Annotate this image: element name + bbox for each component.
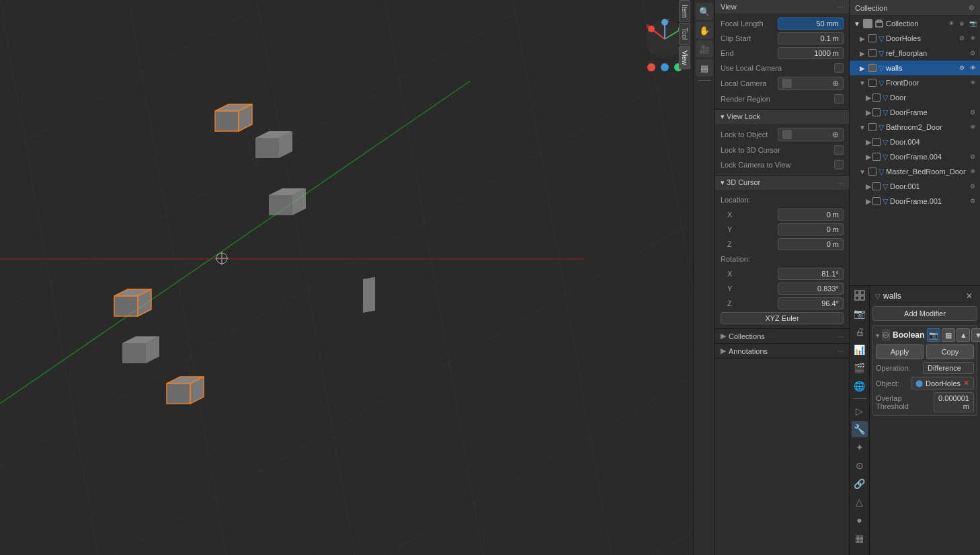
collections-section[interactable]: ▶ Collections ··· — [715, 329, 849, 344]
view-lock-header[interactable]: ▾ View Lock — [715, 110, 849, 124]
overlap-value-field[interactable]: 0.000001 m — [934, 392, 974, 412]
view-layer-icon[interactable]: 📊 — [852, 342, 868, 358]
lock-cursor-checkbox[interactable] — [834, 145, 844, 155]
outliner-item-door[interactable]: ▶ ▽ Door — [850, 90, 980, 105]
render-props-icon[interactable]: 📷 — [852, 305, 868, 322]
world-props-icon[interactable]: 🌐 — [852, 378, 868, 394]
walls-eye-icon[interactable]: 👁 — [968, 63, 977, 73]
cursor-header[interactable]: ▾ 3D Cursor ··· — [715, 176, 849, 190]
mod-down-btn[interactable]: ▼ — [971, 328, 980, 342]
walls-panel-close[interactable]: ✕ — [964, 291, 975, 301]
outliner-item-floorplan[interactable]: ▶ ▽ ref_floorplan ⚙ — [850, 46, 980, 61]
scene-props-icon[interactable]: 🎬 — [852, 360, 868, 376]
focal-length-value[interactable]: 50 mm — [778, 17, 844, 30]
collection-checkbox[interactable] — [863, 19, 872, 28]
cursor-rz-value[interactable]: 96.4° — [778, 297, 844, 309]
dframe-checkbox[interactable] — [872, 108, 881, 116]
view-section-header[interactable]: View ··· — [715, 0, 849, 13]
mod-camera-btn[interactable]: 📷 — [927, 328, 940, 342]
outliner-item-frontdoor[interactable]: ▼ ▽ FrontDoor 👁 — [850, 75, 980, 90]
outliner-item-bath-door[interactable]: ▼ ▽ Bathroom2_Door 👁 — [850, 120, 980, 135]
fd-checkbox[interactable] — [868, 79, 876, 87]
local-camera-selector[interactable] — [782, 79, 792, 88]
dh-eye-icon[interactable]: 👁 — [968, 34, 977, 43]
item-tab[interactable]: Item — [679, 0, 690, 22]
lock-object-value[interactable]: ⊕ — [778, 128, 844, 141]
cursor-rx-value[interactable]: 81.1° — [778, 268, 844, 280]
fp-filter-icon[interactable]: ⚙ — [968, 48, 977, 58]
camera-tool-icon[interactable]: 🎥 — [696, 40, 713, 58]
output-props-icon[interactable]: 🖨 — [852, 324, 868, 340]
outliner-item-collection[interactable]: ▼ Collection 👁 ⊕ 📷 — [850, 16, 980, 31]
eye-icon[interactable]: 👁 — [946, 19, 956, 28]
lock-cam-view-checkbox[interactable] — [834, 160, 844, 170]
walls-filter-icon[interactable]: ⚙ — [957, 63, 967, 73]
cursor-z-value[interactable]: 0 m — [778, 238, 844, 250]
render-region-checkbox[interactable] — [834, 94, 844, 104]
render2-icon[interactable]: ▦ — [852, 530, 868, 546]
lock-obj-selector[interactable] — [782, 130, 792, 139]
fd-eye-icon[interactable]: 👁 — [968, 78, 977, 87]
object-clear-btn[interactable]: ✕ — [963, 379, 969, 387]
outliner-item-doorholes[interactable]: ▶ ▽ DoorHoles ⚙ 👁 — [850, 31, 980, 46]
outliner-item-door004[interactable]: ▶ ▽ Door.004 — [850, 135, 980, 149]
df004-filter-icon[interactable]: ⚙ — [968, 152, 977, 161]
dh-filter-icon[interactable]: ⚙ — [957, 34, 967, 43]
annotations-section[interactable]: ▶ Annotations ··· — [715, 344, 849, 359]
render-icon[interactable]: 📷 — [968, 19, 977, 28]
constraint-props-icon[interactable]: 🔗 — [852, 476, 868, 492]
cursor-x-value[interactable]: 0 m — [778, 209, 844, 221]
df001-checkbox[interactable] — [872, 197, 881, 205]
d004-checkbox[interactable] — [872, 138, 881, 146]
operation-select[interactable]: Difference — [923, 362, 974, 374]
physics-props-icon[interactable]: ⊙ — [852, 457, 868, 474]
props-icon-selector[interactable] — [853, 289, 866, 302]
hand-tool-icon[interactable]: ✋ — [696, 22, 713, 39]
local-camera-field[interactable]: ⊕ — [778, 77, 844, 90]
dframe-filter-icon[interactable]: ⚙ — [968, 108, 977, 117]
object-value-field[interactable]: ⬤ DoorHoles ✕ — [911, 377, 974, 390]
tool-tab[interactable]: Tool — [679, 23, 690, 44]
md-checkbox[interactable] — [868, 168, 876, 176]
outliner-item-door001[interactable]: ▶ ▽ Door.001 ⚙ — [850, 179, 980, 194]
viewport[interactable]: Y X Z 🔍 ✋ 🎥 ▦ Item Tool View — [0, 0, 714, 555]
outliner-item-doorframe[interactable]: ▶ ▽ DoorFrame ⚙ — [850, 105, 980, 120]
df001-filter-icon[interactable]: ⚙ — [968, 196, 977, 206]
md-eye-icon[interactable]: 👁 — [968, 167, 977, 176]
data-props-icon[interactable]: △ — [852, 494, 868, 510]
modifier-props-icon[interactable]: 🔧 — [852, 421, 868, 437]
df004-checkbox[interactable] — [872, 153, 881, 161]
lock-obj-eyedropper[interactable]: ⊕ — [832, 130, 839, 139]
apply-button[interactable]: Apply — [876, 344, 924, 359]
cursor-icon-2[interactable]: ⊕ — [957, 19, 967, 28]
clip-end-value[interactable]: 1000 m — [778, 47, 844, 59]
outliner-item-dframe004[interactable]: ▶ ▽ DoorFrame.004 ⚙ — [850, 149, 980, 164]
outliner-filter-icon[interactable]: ⚙ — [969, 4, 975, 11]
outliner-item-master-door[interactable]: ▼ ▽ Master_BedRoom_Door 👁 — [850, 164, 980, 179]
outliner-item-walls[interactable]: ▶ ▽ walls ⚙ 👁 — [850, 61, 980, 75]
mod-up-btn[interactable]: ▲ — [956, 328, 970, 342]
door-checkbox[interactable] — [872, 94, 881, 102]
particle-props-icon[interactable]: ✦ — [852, 439, 868, 455]
eyedropper-icon[interactable]: ⊕ — [832, 79, 839, 88]
copy-button[interactable]: Copy — [926, 344, 974, 359]
view-tab[interactable]: View — [679, 46, 690, 70]
local-camera-checkbox[interactable] — [834, 63, 844, 73]
add-modifier-btn[interactable]: Add Modifier — [872, 306, 977, 321]
grid-tool-icon[interactable]: ▦ — [696, 59, 713, 77]
dh-checkbox[interactable] — [868, 34, 876, 42]
d001-checkbox[interactable] — [872, 182, 881, 190]
walls-checkbox[interactable] — [868, 64, 876, 72]
fp-checkbox[interactable] — [868, 49, 876, 57]
cursor-y-value[interactable]: 0 m — [778, 223, 844, 235]
cursor-ry-value[interactable]: 0.833° — [778, 283, 844, 295]
modifier-collapse-arrow[interactable]: ▾ — [876, 332, 879, 339]
rotation-mode-value[interactable]: XYZ Euler — [721, 312, 844, 324]
bd-checkbox[interactable] — [868, 123, 876, 131]
clip-start-value[interactable]: 0.1 m — [778, 32, 844, 44]
bd-eye-icon[interactable]: 👁 — [968, 122, 977, 132]
mod-render-btn[interactable]: ▦ — [942, 328, 955, 342]
search-tool-icon[interactable]: 🔍 — [696, 3, 713, 20]
object-props-icon[interactable]: ▷ — [852, 403, 868, 419]
d001-filter-icon[interactable]: ⚙ — [968, 182, 977, 191]
